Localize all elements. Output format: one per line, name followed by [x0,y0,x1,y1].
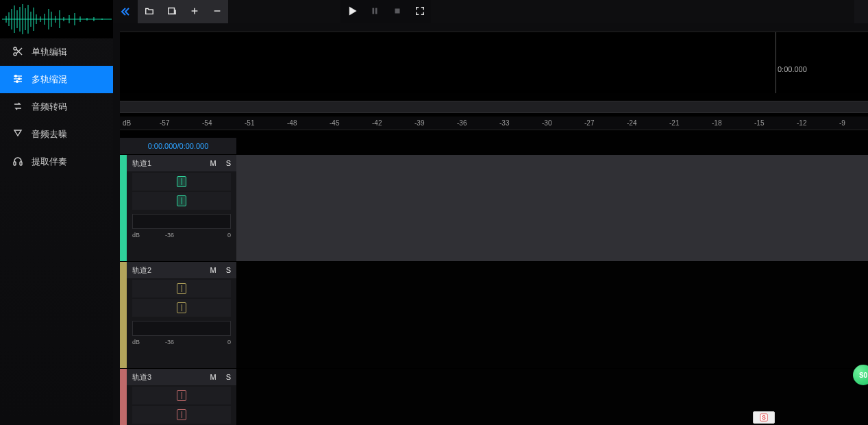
svg-point-26 [14,47,16,50]
svg-marker-42 [349,7,356,14]
track-pan-slider[interactable] [132,192,231,210]
multitrack-icon [12,73,23,86]
meter-label: dB [132,339,140,345]
minus-icon [212,6,222,18]
track-color-stripe[interactable] [120,369,127,425]
db-tick: -30 [542,119,551,127]
overview-playhead-label: 0:00.000 [778,65,807,73]
sidebar-item-multitrack[interactable]: 多轨缩混 [0,66,113,93]
time-counter: 0:00.000 / 0:00.000 [120,138,236,155]
play-button[interactable] [340,0,363,23]
db-ruler: dB -57 -54 -51 -48 -45 -42 -39 -36 -33 -… [120,117,868,130]
sidebar-item-transcode[interactable]: 音频转码 [0,93,113,121]
db-tick: -18 [712,119,721,127]
mute-toggle[interactable]: M [210,159,216,167]
import-icon [167,6,177,18]
sidebar-item-label: 多轨缩混 [32,73,67,86]
fullscreen-icon [415,6,425,18]
track-header-3: 轨道3 M S [120,369,236,425]
floating-action-button[interactable]: S0 [853,365,868,385]
track-volume-slider[interactable] [132,280,231,298]
collapse-sidebar-button[interactable] [113,0,138,23]
pause-button[interactable] [363,0,386,23]
track-name[interactable]: 轨道1 [132,158,151,169]
db-tick: -51 [245,119,254,127]
ime-indicator[interactable]: S [753,411,775,424]
track-volume-slider[interactable] [132,387,231,404]
db-tick: -12 [797,119,806,127]
track-pan-slider[interactable] [132,406,231,424]
mute-toggle[interactable]: M [210,266,216,274]
transcode-icon [12,101,23,114]
track-volume-slider[interactable] [132,173,231,191]
db-tick: -9 [839,119,845,127]
track-color-stripe[interactable] [120,155,127,261]
meter-label: -36 [165,339,174,345]
solo-toggle[interactable]: S [226,373,231,381]
track-meter-scale: dB -36 0 [132,232,231,241]
db-tick: -39 [414,119,424,127]
track-pan-slider[interactable] [132,299,231,317]
db-tick: -27 [584,119,594,127]
svg-point-34 [18,77,21,80]
mute-toggle[interactable]: M [210,373,216,381]
sidebar-item-label: 单轨编辑 [32,46,67,58]
db-ruler-unit: dB [123,119,131,127]
timeline-ruler[interactable] [120,101,868,113]
track-headers-column: 0:00.000 / 0:00.000 轨道1 M S dB -36 0 [120,138,236,425]
track-lane-2[interactable] [236,262,868,369]
db-tick: -21 [669,119,679,127]
db-tick: -24 [627,119,636,127]
db-tick: -57 [160,119,169,127]
sidebar-item-single-track[interactable]: 单轨编辑 [0,38,113,66]
nav-list: 单轨编辑 多轨缩混 音频转码 音频去噪 提取伴奏 [0,38,113,175]
track-name[interactable]: 轨道3 [132,372,151,382]
track-name[interactable]: 轨道2 [132,265,151,276]
db-tick: -36 [457,119,467,127]
meter-label: dB [132,232,140,239]
denoise-icon [12,128,23,141]
time-total: 0:00.000 [179,142,209,150]
toolbar-corner [854,0,868,23]
sidebar-item-denoise[interactable]: 音频去噪 [0,121,113,148]
svg-point-35 [16,80,18,82]
scissors-icon [12,46,23,59]
sidebar: 单轨编辑 多轨缩混 音频转码 音频去噪 提取伴奏 [0,0,113,425]
plus-icon [190,6,199,18]
meter-label: -36 [165,232,174,239]
headphones-icon [12,156,23,169]
fullscreen-button[interactable] [408,0,431,23]
track-header-1: 轨道1 M S dB -36 0 [120,155,236,262]
db-tick: -45 [330,119,339,127]
svg-point-27 [14,53,16,56]
add-button[interactable] [183,0,206,23]
file-button-group [138,0,228,23]
track-lane-1[interactable] [236,155,868,262]
track-lanes[interactable] [236,155,868,425]
stop-button[interactable] [386,0,408,23]
import-button[interactable] [160,0,183,23]
float-label: S0 [859,372,867,379]
db-tick: -15 [754,119,764,127]
solo-toggle[interactable]: S [226,159,231,167]
svg-text:S: S [762,415,766,421]
play-icon [347,6,357,18]
remove-button[interactable] [206,0,228,23]
open-button[interactable] [138,0,160,23]
sidebar-item-extract[interactable]: 提取伴奏 [0,148,113,175]
meter-label: 0 [227,232,231,239]
sidebar-item-label: 提取伴奏 [32,156,67,168]
track-color-stripe[interactable] [120,262,127,368]
time-current: 0:00.000 [148,142,177,150]
app-logo-waveform [0,0,113,38]
folder-open-icon [145,6,154,18]
overview-waveform[interactable]: 0:00.000 [120,32,868,93]
svg-rect-38 [168,8,174,14]
solo-toggle[interactable]: S [226,266,231,274]
svg-point-33 [15,75,17,77]
meter-label: 0 [227,339,231,345]
pause-icon [370,6,380,18]
sidebar-item-label: 音频转码 [32,101,67,113]
transport-controls [340,0,431,23]
overview-playhead[interactable] [776,32,776,93]
